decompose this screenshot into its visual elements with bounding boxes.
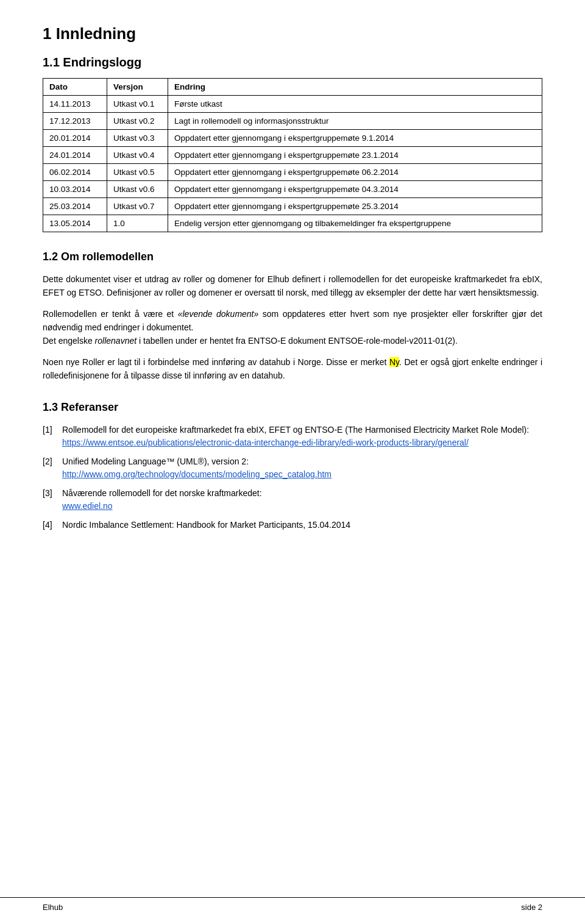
section-1-1-title: 1.1 Endringslogg bbox=[43, 55, 542, 69]
ref-content-3: Nåværende rollemodell for det norske kra… bbox=[62, 487, 542, 513]
cell-versjon: Utkast v0.6 bbox=[107, 181, 168, 198]
ref-link-3[interactable]: www.ediel.no bbox=[62, 501, 113, 511]
col-header-endring: Endring bbox=[168, 79, 542, 96]
cell-endring: Oppdatert etter gjennomgang i ekspertgru… bbox=[168, 164, 542, 181]
footer-left: Elhub bbox=[43, 903, 63, 912]
cell-versjon: Utkast v0.5 bbox=[107, 164, 168, 181]
cell-versjon: Utkast v0.7 bbox=[107, 198, 168, 215]
section-1-2-title: 1.2 Om rollemodellen bbox=[43, 251, 542, 263]
ref-content-2: Unified Modeling Language™ (UML®), versi… bbox=[62, 455, 542, 481]
section-1-2-para-2: Rollemodellen er tenkt å være et «levend… bbox=[43, 308, 542, 347]
footer-right: side 2 bbox=[521, 903, 542, 912]
cell-endring: Oppdatert etter gjennomgang i ekspertgru… bbox=[168, 198, 542, 215]
reference-3: [3] Nåværende rollemodell for det norske… bbox=[43, 487, 542, 513]
cell-dato: 13.05.2014 bbox=[43, 215, 107, 232]
cell-endring: Oppdatert etter gjennomgang i ekspertgru… bbox=[168, 130, 542, 147]
section-1-2-para-1: Dette dokumentet viser et utdrag av roll… bbox=[43, 273, 542, 299]
cell-dato: 25.03.2014 bbox=[43, 198, 107, 215]
reference-2: [2] Unified Modeling Language™ (UML®), v… bbox=[43, 455, 542, 481]
ref-content-4: Nordic Imbalance Settlement: Handbook fo… bbox=[62, 519, 542, 531]
italic-text: «levende dokument» bbox=[178, 309, 259, 319]
cell-dato: 10.03.2014 bbox=[43, 181, 107, 198]
cell-versjon: Utkast v0.1 bbox=[107, 96, 168, 113]
page-footer: Elhub side 2 bbox=[0, 897, 585, 912]
reference-4: [4] Nordic Imbalance Settlement: Handboo… bbox=[43, 519, 542, 531]
section-1-2-body: Dette dokumentet viser et utdrag av roll… bbox=[43, 273, 542, 383]
cell-endring: Første utkast bbox=[168, 96, 542, 113]
table-row: 13.05.20141.0Endelig versjon etter gjenn… bbox=[43, 215, 542, 232]
cell-dato: 17.12.2013 bbox=[43, 113, 107, 130]
cell-endring: Lagt in rollemodell og informasjonsstruk… bbox=[168, 113, 542, 130]
cell-dato: 14.11.2013 bbox=[43, 96, 107, 113]
col-header-dato: Dato bbox=[43, 79, 107, 96]
table-row: 10.03.2014Utkast v0.6Oppdatert etter gje… bbox=[43, 181, 542, 198]
cell-endring: Oppdatert etter gjennomgang i ekspertgru… bbox=[168, 147, 542, 164]
cell-endring: Endelig versjon etter gjennomgang og til… bbox=[168, 215, 542, 232]
ref-num-3: [3] bbox=[43, 487, 62, 500]
ref-content-1: Rollemodell for det europeiske kraftmark… bbox=[62, 424, 542, 449]
table-row: 06.02.2014Utkast v0.5Oppdatert etter gje… bbox=[43, 164, 542, 181]
ref-num-4: [4] bbox=[43, 519, 62, 531]
italic-rollenavn: rollenavnet bbox=[95, 336, 137, 346]
table-row: 25.03.2014Utkast v0.7Oppdatert etter gje… bbox=[43, 198, 542, 215]
cell-versjon: Utkast v0.4 bbox=[107, 147, 168, 164]
main-title: 1 Innledning bbox=[43, 24, 542, 43]
reference-1: [1] Rollemodell for det europeiske kraft… bbox=[43, 424, 542, 449]
cell-versjon: 1.0 bbox=[107, 215, 168, 232]
section-1-2-para-3: Noen nye Roller er lagt til i forbindels… bbox=[43, 356, 542, 382]
table-row: 20.01.2014Utkast v0.3Oppdatert etter gje… bbox=[43, 130, 542, 147]
col-header-versjon: Versjon bbox=[107, 79, 168, 96]
cell-versjon: Utkast v0.2 bbox=[107, 113, 168, 130]
table-row: 17.12.2013Utkast v0.2Lagt in rollemodell… bbox=[43, 113, 542, 130]
ref-link-1[interactable]: https://www.entsoe.eu/publications/elect… bbox=[62, 438, 469, 447]
cell-versjon: Utkast v0.3 bbox=[107, 130, 168, 147]
ref-num-1: [1] bbox=[43, 424, 62, 436]
cell-dato: 24.01.2014 bbox=[43, 147, 107, 164]
references-list: [1] Rollemodell for det europeiske kraft… bbox=[43, 424, 542, 531]
cell-dato: 20.01.2014 bbox=[43, 130, 107, 147]
table-row: 24.01.2014Utkast v0.4Oppdatert etter gje… bbox=[43, 147, 542, 164]
section-1-3-title: 1.3 Referanser bbox=[43, 401, 542, 414]
cell-endring: Oppdatert etter gjennomgang i ekspertgru… bbox=[168, 181, 542, 198]
ref-num-2: [2] bbox=[43, 455, 62, 468]
cell-dato: 06.02.2014 bbox=[43, 164, 107, 181]
highlight-ny: Ny bbox=[389, 357, 399, 367]
changelog-table: Dato Versjon Endring 14.11.2013Utkast v0… bbox=[43, 78, 542, 232]
ref-link-2[interactable]: http://www.omg.org/technology/documents/… bbox=[62, 469, 332, 479]
table-row: 14.11.2013Utkast v0.1Første utkast bbox=[43, 96, 542, 113]
